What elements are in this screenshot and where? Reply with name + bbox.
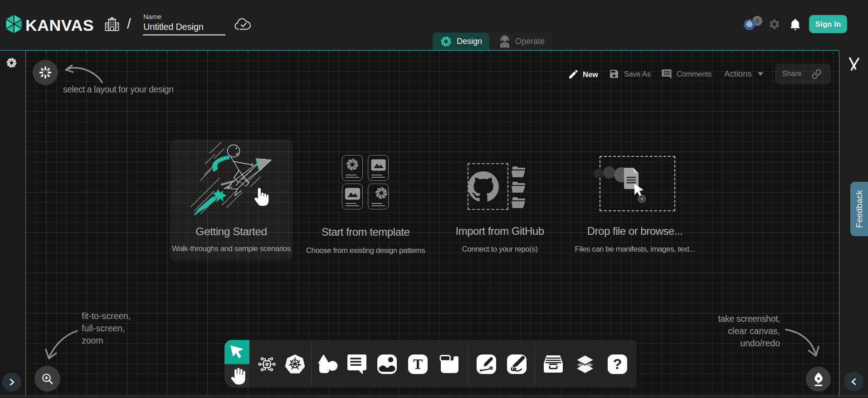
svg-text:?: ? [613,356,622,372]
svg-text:T: T [413,356,423,372]
